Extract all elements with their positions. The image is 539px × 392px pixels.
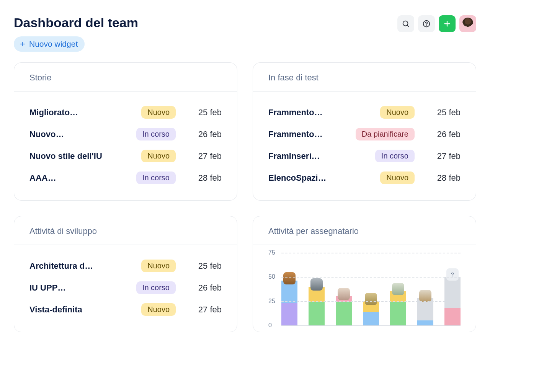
row-date: 26 feb: [422, 129, 461, 139]
chart-bar-segment: [363, 312, 379, 325]
svg-point-2: [426, 25, 426, 26]
row-name: IU UPP…: [29, 283, 129, 293]
help-button[interactable]: [418, 15, 435, 32]
table-row[interactable]: Nuovo stile dell'IUNuovo27 feb: [29, 145, 222, 167]
status-badge: In corso: [375, 150, 415, 162]
widget-title: Attività di sviluppo: [14, 216, 237, 245]
new-widget-label: Nuovo widget: [29, 39, 78, 49]
row-name: FramInseri…: [268, 151, 368, 161]
chart-bar[interactable]: [417, 298, 433, 325]
row-name: Nuovo…: [29, 129, 129, 139]
row-name: Migliorato…: [29, 108, 134, 118]
chart-y-tick: 75: [268, 249, 275, 256]
row-date: 27 feb: [422, 151, 461, 161]
assignee-avatar: [419, 290, 431, 302]
row-date: 25 feb: [183, 261, 222, 271]
chart-bar[interactable]: [363, 301, 379, 325]
status-badge: Nuovo: [141, 150, 176, 162]
status-badge: In corso: [136, 281, 176, 294]
row-name: Nuovo stile dell'IU: [29, 151, 134, 161]
add-button[interactable]: [439, 15, 456, 32]
help-icon: [422, 20, 431, 28]
search-button[interactable]: [397, 15, 414, 32]
row-date: 26 feb: [183, 129, 222, 139]
assignee-avatar: [365, 293, 377, 305]
row-date: 28 feb: [422, 173, 461, 183]
status-badge: Nuovo: [380, 172, 415, 184]
chart-bar[interactable]: [281, 281, 297, 325]
table-row[interactable]: Frammento…Da pianificare26 feb: [268, 123, 461, 145]
assignee-avatar: [392, 283, 404, 295]
widget-storie: Storie Migliorato…Nuovo25 febNuovo…In co…: [14, 62, 237, 201]
assignee-avatar: [310, 278, 323, 291]
chart-y-tick: 0: [268, 322, 272, 329]
chart-bar-segment: [444, 277, 461, 308]
chart-bar-segment: [281, 303, 297, 325]
row-name: Frammento…: [268, 129, 348, 139]
widget-assignee-chart: Attività per assegnatario ? 0255075: [253, 216, 476, 332]
widget-title: Attività per assegnatario: [253, 216, 476, 245]
plus-icon: [443, 20, 451, 28]
chart-bar[interactable]: [309, 287, 325, 325]
row-date: 27 feb: [183, 151, 222, 161]
chart-bar-segment: [390, 302, 406, 325]
chart-gridline: [281, 277, 461, 278]
widget-dev: Attività di sviluppo Architettura d…Nuov…: [14, 216, 237, 332]
assignee-avatar: [283, 272, 296, 284]
chart-bar-segment: [309, 302, 325, 325]
row-name: Vista-definita: [29, 305, 134, 315]
chart-bar[interactable]: [390, 291, 406, 325]
chart-y-tick: 50: [268, 273, 275, 280]
row-name: Architettura d…: [29, 261, 134, 271]
row-name: ElencoSpazi…: [268, 173, 372, 183]
page-title: Dashboard del team: [14, 15, 138, 30]
user-avatar[interactable]: [459, 15, 476, 32]
status-badge: Nuovo: [141, 260, 176, 272]
status-badge: Da pianificare: [356, 128, 415, 140]
row-date: 25 feb: [183, 108, 222, 118]
table-row[interactable]: Frammento…Nuovo25 feb: [268, 101, 461, 123]
table-row[interactable]: FramInseri…In corso27 feb: [268, 145, 461, 167]
row-date: 27 feb: [183, 305, 222, 315]
chart-bar[interactable]: [336, 296, 352, 325]
chart-bar-segment: [417, 320, 433, 325]
row-name: Frammento…: [268, 108, 372, 118]
table-row[interactable]: Migliorato…Nuovo25 feb: [29, 101, 222, 123]
chart-gridline: [281, 325, 461, 326]
plus-icon: [19, 41, 26, 47]
status-badge: Nuovo: [141, 106, 176, 119]
table-row[interactable]: ElencoSpazi…Nuovo28 feb: [268, 167, 461, 189]
chart-y-tick: 25: [268, 298, 275, 305]
status-badge: Nuovo: [141, 303, 176, 316]
chart-gridline: [281, 253, 461, 253]
widget-title: Storie: [14, 63, 237, 91]
row-date: 25 feb: [422, 108, 461, 118]
table-row[interactable]: Vista-definitaNuovo27 feb: [29, 299, 222, 320]
table-row[interactable]: Architettura d…Nuovo25 feb: [29, 255, 222, 277]
assignee-avatar: [338, 288, 350, 300]
status-badge: Nuovo: [380, 106, 415, 119]
unassigned-icon: ?: [446, 268, 459, 281]
status-badge: In corso: [136, 128, 176, 140]
chart-gridline: [281, 301, 461, 302]
new-widget-button[interactable]: Nuovo widget: [14, 36, 85, 52]
chart-bar-segment: [336, 302, 352, 325]
search-icon: [402, 20, 410, 28]
status-badge: In corso: [136, 172, 176, 184]
chart-bar-segment: [444, 308, 461, 325]
table-row[interactable]: Nuovo…In corso26 feb: [29, 123, 222, 145]
row-date: 26 feb: [183, 283, 222, 293]
table-row[interactable]: IU UPP…In corso26 feb: [29, 277, 222, 299]
row-date: 28 feb: [183, 173, 222, 183]
widget-title: In fase di test: [253, 63, 476, 91]
widget-test: In fase di test Frammento…Nuovo25 febFra…: [253, 62, 476, 201]
table-row[interactable]: AAA…In corso28 feb: [29, 167, 222, 189]
row-name: AAA…: [29, 173, 129, 183]
